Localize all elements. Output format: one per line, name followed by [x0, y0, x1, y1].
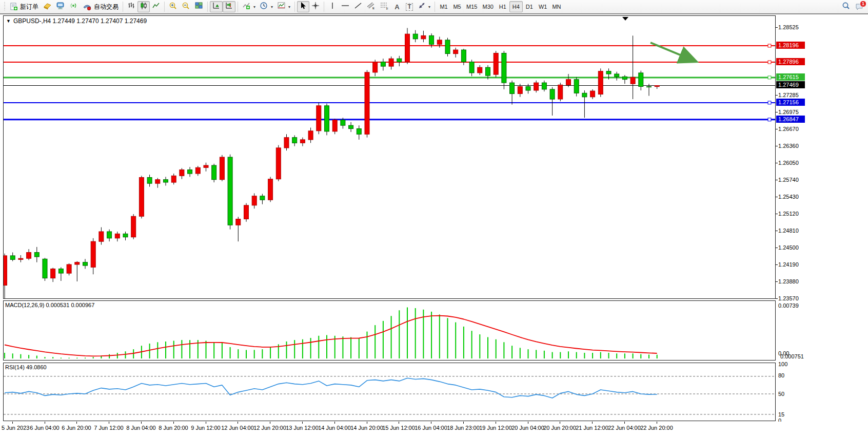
cursor-button[interactable] — [297, 1, 309, 12]
periods-button[interactable]: ▾ — [258, 1, 275, 12]
time-axis-label: 13 Jun 12:00 — [286, 425, 319, 431]
price-chart-panel[interactable] — [3, 15, 776, 299]
toolbar-separator — [164, 2, 165, 12]
tile-windows-button[interactable] — [192, 1, 205, 12]
time-axis-label: 18 Jun 23:00 — [447, 425, 480, 431]
new-order-button[interactable]: 新订单 — [8, 1, 41, 12]
terminal-button[interactable] — [54, 1, 67, 12]
metaeditor-button[interactable] — [41, 1, 54, 12]
crosshair-button[interactable] — [309, 1, 322, 12]
horizontal-line-tool-button[interactable] — [339, 1, 352, 12]
time-axis-tick — [657, 422, 657, 424]
timeframe-m5[interactable]: M5 — [450, 1, 464, 12]
zoom-in-button[interactable] — [167, 1, 180, 12]
chart-shift-marker[interactable] — [622, 17, 628, 21]
time-axis-tick — [12, 422, 13, 424]
timeframe-m30[interactable]: M30 — [480, 1, 496, 12]
mt4-terminal: 新订单 自动交易 — [0, 0, 868, 436]
rsi-axis-label: 50 — [778, 391, 784, 397]
candlestick-chart-button[interactable] — [137, 1, 150, 12]
label-tool-button[interactable]: T — [403, 1, 416, 12]
equidistant-channel-icon: E — [366, 2, 376, 12]
price-line-badge: 1.28196 — [776, 42, 805, 49]
time-axis-tick — [45, 422, 45, 424]
price-line-badge: 1.27615 — [776, 73, 805, 81]
candle-body — [397, 59, 402, 62]
time-axis-tick — [399, 422, 399, 424]
timeframe-mn[interactable]: MN — [549, 1, 563, 12]
rsi-panel[interactable] — [3, 363, 776, 421]
price-line-badge: 1.27156 — [776, 99, 805, 106]
candle-body — [139, 178, 144, 217]
time-axis-label: 8 Jun 20:00 — [159, 425, 188, 431]
time-axis-label: 12 Jun 04:00 — [221, 425, 254, 431]
time-axis: 5 Jun 20236 Jun 04:006 Jun 20:007 Jun 12… — [0, 422, 868, 436]
zoom-out-button[interactable] — [180, 1, 192, 12]
hline-handle[interactable] — [768, 61, 771, 64]
hline-handle[interactable] — [768, 76, 771, 79]
search-button[interactable] — [839, 1, 853, 12]
timeframe-d1[interactable]: D1 — [523, 1, 536, 12]
time-axis-tick — [496, 422, 496, 424]
arrows-tool-button[interactable]: ▾ — [416, 1, 432, 12]
autotrading-button[interactable]: 自动交易 — [81, 1, 121, 12]
timeframe-w1[interactable]: W1 — [536, 1, 550, 12]
notifications-button[interactable]: 1 — [853, 1, 866, 12]
price-axis-label: 1.26975 — [778, 109, 799, 116]
text-tool-button[interactable]: A — [391, 1, 403, 12]
price-chart-svg[interactable] — [4, 16, 775, 298]
hline-handle[interactable] — [768, 118, 771, 121]
candle-body — [437, 40, 442, 45]
candle-body — [260, 196, 265, 200]
hline-handle[interactable] — [768, 101, 771, 104]
candle-body — [542, 83, 546, 89]
bar-chart-button[interactable] — [125, 1, 137, 12]
timeframe-h1[interactable]: H1 — [496, 1, 509, 12]
templates-button[interactable]: ▾ — [275, 1, 292, 12]
candle-body — [325, 106, 329, 131]
line-chart-icon — [152, 2, 160, 12]
label-tool-icon: T — [406, 3, 412, 11]
timeframe-m1[interactable]: M1 — [437, 1, 450, 12]
price-axis-label: 1.25120 — [778, 211, 799, 217]
time-axis-label: 16 Jun 04:00 — [415, 425, 447, 431]
rsi-svg[interactable] — [4, 363, 775, 421]
equidistant-channel-tool-button[interactable]: E — [364, 1, 378, 12]
price-axis-label: 1.25740 — [778, 177, 799, 183]
zoom-in-icon — [169, 2, 177, 12]
price-axis-label: 1.28525 — [778, 24, 799, 31]
vertical-line-tool-button[interactable] — [326, 1, 339, 12]
time-axis-tick — [270, 422, 270, 424]
auto-scroll-button[interactable] — [210, 1, 223, 12]
candle-body — [155, 180, 160, 184]
timeframe-m15[interactable]: M15 — [464, 1, 480, 12]
timeframe-h4[interactable]: H4 — [509, 1, 523, 12]
chart-shift-button[interactable] — [223, 1, 235, 12]
vertical-line-icon — [329, 2, 336, 12]
svg-text:F: F — [386, 7, 388, 10]
toolbar-separator — [123, 2, 123, 12]
candle-body — [405, 34, 410, 62]
time-axis-label: 20 Jun 20:00 — [543, 425, 576, 431]
chart-collapse-icon[interactable]: ▼ — [6, 18, 11, 24]
time-axis-tick — [76, 422, 77, 424]
candle-body — [655, 86, 659, 87]
macd-svg[interactable] — [4, 301, 775, 360]
signals-button[interactable] — [67, 1, 81, 12]
line-chart-button[interactable] — [150, 1, 162, 12]
time-axis-label: 20 Jun 04:00 — [511, 425, 544, 431]
hline-handle[interactable] — [768, 44, 771, 47]
macd-panel[interactable] — [3, 300, 776, 361]
price-axis-tick — [776, 231, 778, 231]
price-axis-label: 1.24190 — [778, 261, 799, 268]
fibonacci-tool-button[interactable]: F — [378, 1, 391, 12]
toolbar-grip[interactable] — [4, 2, 6, 11]
candle-body — [195, 167, 200, 174]
candle-body — [115, 234, 120, 238]
trendline-tool-button[interactable] — [352, 1, 364, 12]
indicators-button[interactable]: ▾ — [240, 1, 258, 12]
time-axis-tick — [624, 422, 625, 424]
toolbar-separator — [294, 2, 295, 12]
candle-body — [204, 165, 208, 167]
candle-body — [389, 59, 393, 66]
